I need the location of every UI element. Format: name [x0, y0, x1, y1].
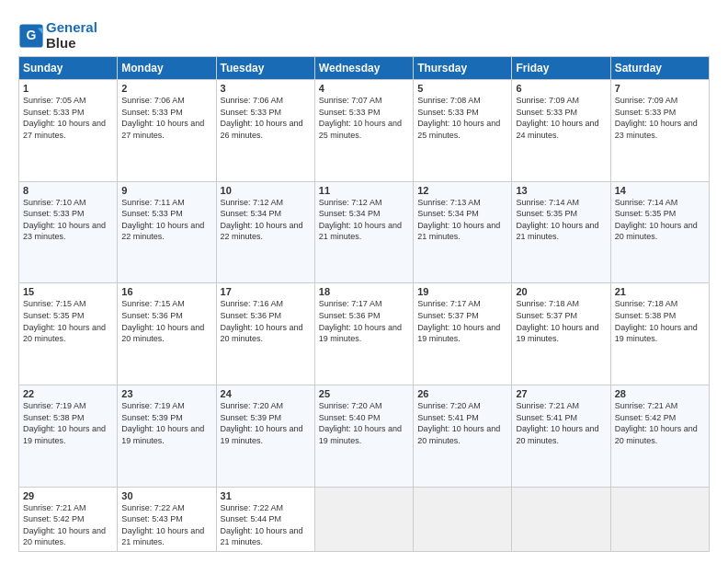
calendar-cell: 24Sunrise: 7:20 AMSunset: 5:39 PMDayligh…	[216, 385, 314, 487]
cell-info: Sunrise: 7:12 AMSunset: 5:34 PMDaylight:…	[221, 197, 311, 243]
day-number: 25	[319, 388, 409, 399]
cell-info: Sunrise: 7:21 AMSunset: 5:41 PMDaylight:…	[516, 400, 606, 446]
calendar-cell: 15Sunrise: 7:15 AMSunset: 5:35 PMDayligh…	[19, 283, 118, 385]
col-header-monday: Monday	[118, 57, 216, 80]
calendar-cell: 18Sunrise: 7:17 AMSunset: 5:36 PMDayligh…	[314, 283, 413, 385]
cell-info: Sunrise: 7:15 AMSunset: 5:36 PMDaylight:…	[121, 298, 211, 344]
cell-info: Sunrise: 7:21 AMSunset: 5:42 PMDaylight:…	[23, 502, 113, 548]
calendar-cell: 21Sunrise: 7:18 AMSunset: 5:38 PMDayligh…	[610, 283, 709, 385]
col-header-sunday: Sunday	[19, 57, 118, 80]
week-row-5: 29Sunrise: 7:21 AMSunset: 5:42 PMDayligh…	[19, 487, 710, 551]
col-header-saturday: Saturday	[610, 57, 709, 80]
day-number: 5	[417, 83, 507, 94]
calendar-cell: 29Sunrise: 7:21 AMSunset: 5:42 PMDayligh…	[19, 487, 118, 551]
day-number: 21	[615, 286, 705, 297]
calendar-cell: 26Sunrise: 7:20 AMSunset: 5:41 PMDayligh…	[414, 385, 512, 487]
day-number: 15	[23, 286, 113, 297]
cell-info: Sunrise: 7:09 AMSunset: 5:33 PMDaylight:…	[615, 95, 705, 141]
calendar-cell: 8Sunrise: 7:10 AMSunset: 5:33 PMDaylight…	[19, 181, 118, 283]
col-header-wednesday: Wednesday	[314, 57, 413, 80]
calendar-cell: 31Sunrise: 7:22 AMSunset: 5:44 PMDayligh…	[216, 487, 314, 551]
cell-info: Sunrise: 7:14 AMSunset: 5:35 PMDaylight:…	[615, 197, 705, 243]
calendar-cell: 14Sunrise: 7:14 AMSunset: 5:35 PMDayligh…	[610, 181, 709, 283]
day-number: 16	[121, 286, 211, 297]
cell-info: Sunrise: 7:19 AMSunset: 5:39 PMDaylight:…	[121, 400, 211, 446]
cell-info: Sunrise: 7:05 AMSunset: 5:33 PMDaylight:…	[23, 95, 113, 141]
cell-info: Sunrise: 7:19 AMSunset: 5:38 PMDaylight:…	[23, 400, 113, 446]
calendar-cell	[414, 487, 512, 551]
cell-info: Sunrise: 7:09 AMSunset: 5:33 PMDaylight:…	[516, 95, 606, 141]
day-number: 24	[221, 388, 311, 399]
day-number: 9	[121, 185, 211, 196]
week-row-2: 8Sunrise: 7:10 AMSunset: 5:33 PMDaylight…	[19, 181, 710, 283]
calendar-cell: 7Sunrise: 7:09 AMSunset: 5:33 PMDaylight…	[610, 80, 709, 182]
calendar-cell: 17Sunrise: 7:16 AMSunset: 5:36 PMDayligh…	[216, 283, 314, 385]
day-number: 27	[516, 388, 606, 399]
calendar-cell	[512, 487, 610, 551]
calendar-cell: 19Sunrise: 7:17 AMSunset: 5:37 PMDayligh…	[414, 283, 512, 385]
day-number: 6	[516, 83, 606, 94]
week-row-1: 1Sunrise: 7:05 AMSunset: 5:33 PMDaylight…	[19, 80, 710, 182]
day-number: 17	[221, 286, 311, 297]
col-header-tuesday: Tuesday	[216, 57, 314, 80]
calendar-cell	[314, 487, 413, 551]
cell-info: Sunrise: 7:17 AMSunset: 5:36 PMDaylight:…	[319, 298, 409, 344]
cell-info: Sunrise: 7:17 AMSunset: 5:37 PMDaylight:…	[417, 298, 507, 344]
day-number: 10	[221, 185, 311, 196]
calendar-cell: 22Sunrise: 7:19 AMSunset: 5:38 PMDayligh…	[19, 385, 118, 487]
cell-info: Sunrise: 7:10 AMSunset: 5:33 PMDaylight:…	[23, 197, 113, 243]
logo-text: General Blue	[46, 20, 97, 51]
day-number: 29	[23, 490, 113, 501]
day-number: 13	[516, 185, 606, 196]
day-number: 31	[221, 490, 311, 501]
cell-info: Sunrise: 7:20 AMSunset: 5:40 PMDaylight:…	[319, 400, 409, 446]
day-number: 12	[417, 185, 507, 196]
cell-info: Sunrise: 7:07 AMSunset: 5:33 PMDaylight:…	[319, 95, 409, 141]
calendar-cell: 28Sunrise: 7:21 AMSunset: 5:42 PMDayligh…	[610, 385, 709, 487]
day-number: 18	[319, 286, 409, 297]
calendar-cell: 6Sunrise: 7:09 AMSunset: 5:33 PMDaylight…	[512, 80, 610, 182]
day-number: 22	[23, 388, 113, 399]
day-number: 19	[417, 286, 507, 297]
cell-info: Sunrise: 7:14 AMSunset: 5:35 PMDaylight:…	[516, 197, 606, 243]
day-number: 3	[221, 83, 311, 94]
day-number: 2	[121, 83, 211, 94]
calendar-cell: 23Sunrise: 7:19 AMSunset: 5:39 PMDayligh…	[118, 385, 216, 487]
cell-info: Sunrise: 7:22 AMSunset: 5:43 PMDaylight:…	[121, 502, 211, 548]
week-row-4: 22Sunrise: 7:19 AMSunset: 5:38 PMDayligh…	[19, 385, 710, 487]
week-row-3: 15Sunrise: 7:15 AMSunset: 5:35 PMDayligh…	[19, 283, 710, 385]
calendar-cell: 5Sunrise: 7:08 AMSunset: 5:33 PMDaylight…	[414, 80, 512, 182]
calendar-cell: 25Sunrise: 7:20 AMSunset: 5:40 PMDayligh…	[314, 385, 413, 487]
calendar-cell: 13Sunrise: 7:14 AMSunset: 5:35 PMDayligh…	[512, 181, 610, 283]
day-number: 26	[417, 388, 507, 399]
day-number: 11	[319, 185, 409, 196]
cell-info: Sunrise: 7:20 AMSunset: 5:41 PMDaylight:…	[417, 400, 507, 446]
cell-info: Sunrise: 7:21 AMSunset: 5:42 PMDaylight:…	[615, 400, 705, 446]
column-headers-row: SundayMondayTuesdayWednesdayThursdayFrid…	[19, 57, 710, 80]
calendar-cell: 10Sunrise: 7:12 AMSunset: 5:34 PMDayligh…	[216, 181, 314, 283]
cell-info: Sunrise: 7:08 AMSunset: 5:33 PMDaylight:…	[417, 95, 507, 141]
cell-info: Sunrise: 7:20 AMSunset: 5:39 PMDaylight:…	[221, 400, 311, 446]
day-number: 14	[615, 185, 705, 196]
cell-info: Sunrise: 7:13 AMSunset: 5:34 PMDaylight:…	[417, 197, 507, 243]
cell-info: Sunrise: 7:18 AMSunset: 5:37 PMDaylight:…	[516, 298, 606, 344]
day-number: 7	[615, 83, 705, 94]
day-number: 1	[23, 83, 113, 94]
cell-info: Sunrise: 7:12 AMSunset: 5:34 PMDaylight:…	[319, 197, 409, 243]
calendar-table: SundayMondayTuesdayWednesdayThursdayFrid…	[18, 56, 710, 552]
calendar-body: 1Sunrise: 7:05 AMSunset: 5:33 PMDaylight…	[19, 80, 710, 552]
logo-icon: G	[18, 23, 44, 49]
svg-text:G: G	[27, 28, 37, 42]
day-number: 28	[615, 388, 705, 399]
calendar-cell: 9Sunrise: 7:11 AMSunset: 5:33 PMDaylight…	[118, 181, 216, 283]
calendar-cell: 30Sunrise: 7:22 AMSunset: 5:43 PMDayligh…	[118, 487, 216, 551]
calendar-cell	[610, 487, 709, 551]
calendar-cell: 11Sunrise: 7:12 AMSunset: 5:34 PMDayligh…	[314, 181, 413, 283]
cell-info: Sunrise: 7:18 AMSunset: 5:38 PMDaylight:…	[615, 298, 705, 344]
day-number: 23	[121, 388, 211, 399]
header: G General Blue	[18, 17, 710, 51]
calendar-cell: 4Sunrise: 7:07 AMSunset: 5:33 PMDaylight…	[314, 80, 413, 182]
page: G General Blue SundayMondayTuesdayWednes…	[0, 0, 728, 563]
day-number: 30	[121, 490, 211, 501]
cell-info: Sunrise: 7:16 AMSunset: 5:36 PMDaylight:…	[221, 298, 311, 344]
